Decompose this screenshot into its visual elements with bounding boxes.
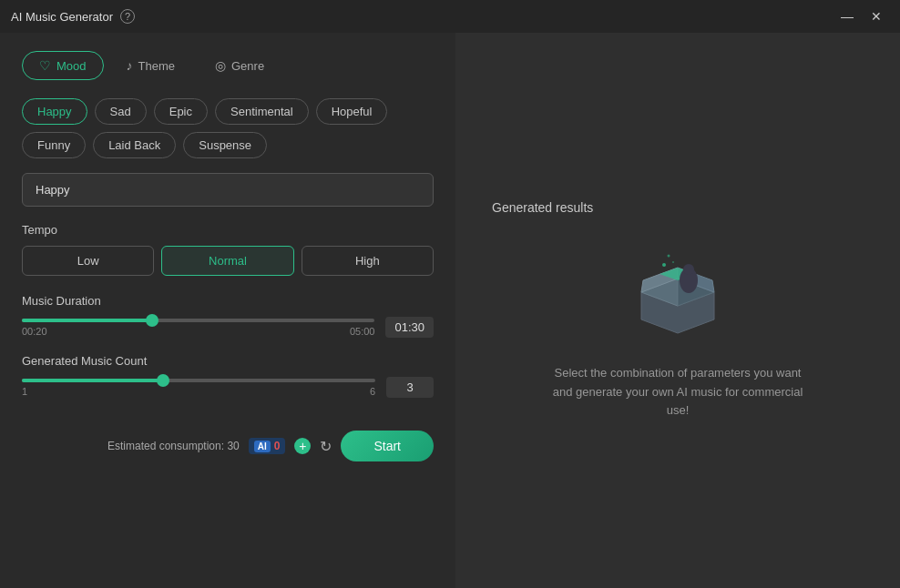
title-bar: AI Music Generator ? — ✕ [0,0,900,33]
mood-btn-hopeful[interactable]: Hopeful [316,98,388,125]
music-count-section: Generated Music Count 1 6 3 [22,354,434,398]
app-title: AI Music Generator [11,10,113,24]
start-button[interactable]: Start [341,431,434,461]
refresh-icon[interactable]: ↻ [320,438,332,455]
music-duration-slider-wrapper: 00:20 05:00 [22,319,374,337]
tab-mood-label: Mood [56,59,87,73]
credit-badge: AI 0 [249,438,286,454]
mood-btn-sentimental[interactable]: Sentimental [215,98,309,125]
help-icon[interactable]: ? [120,9,135,24]
empty-state-illustration [623,233,732,342]
mood-display: Happy [22,173,434,207]
svg-point-10 [672,261,674,263]
window-controls: — ✕ [834,5,889,27]
tabs: ♡ Mood ♪ Theme ◎ Genre [22,51,434,80]
music-count-range: 1 6 [22,386,375,397]
tab-theme[interactable]: ♪ Theme [109,51,192,80]
tempo-buttons: LowNormalHigh [22,246,434,276]
genre-icon: ◎ [215,58,226,73]
music-count-thumb[interactable] [157,374,169,387]
tempo-btn-normal[interactable]: Normal [161,246,293,276]
tempo-btn-low[interactable]: Low [22,246,154,276]
music-duration-value: 01:30 [385,317,434,338]
music-duration-slider-row: 00:20 05:00 01:30 [22,317,434,338]
music-duration-section: Music Duration 00:20 05:00 01:30 [22,294,434,338]
mood-btn-laid-back[interactable]: Laid Back [93,132,176,158]
music-count-value: 3 [386,377,434,398]
duration-min: 00:20 [22,326,47,337]
music-count-slider-row: 1 6 3 [22,377,434,398]
tab-theme-label: Theme [138,59,175,73]
music-count-label: Generated Music Count [22,354,434,368]
right-panel: Generated results Select the combination… [455,33,900,588]
tab-genre-label: Genre [231,59,264,73]
music-count-slider-wrapper: 1 6 [22,379,375,397]
mood-btn-sad[interactable]: Sad [95,98,147,125]
credit-count: 0 [274,440,281,452]
svg-point-8 [662,263,666,267]
main-content: ♡ Mood ♪ Theme ◎ Genre HappySadEpicSenti… [0,33,900,588]
svg-point-7 [683,264,694,275]
music-duration-track [22,319,374,322]
music-count-fill [22,379,163,382]
music-duration-thumb[interactable] [146,314,159,327]
theme-icon: ♪ [127,58,133,73]
duration-max: 05:00 [350,326,375,337]
tab-mood[interactable]: ♡ Mood [22,51,104,80]
add-credits-button[interactable]: + [294,438,311,454]
minimize-button[interactable]: — [834,5,860,27]
close-button[interactable]: ✕ [864,5,889,27]
tempo-btn-high[interactable]: High [302,246,434,276]
mood-btn-epic[interactable]: Epic [154,98,208,125]
music-duration-fill [22,319,152,322]
music-duration-label: Music Duration [22,294,434,308]
tab-genre[interactable]: ◎ Genre [198,51,281,80]
consumption-text: Estimated consumption: 30 [107,440,240,452]
tempo-label: Tempo [22,223,434,237]
mood-grid: HappySadEpicSentimentalHopefulFunnyLaid … [22,98,434,158]
title-bar-left: AI Music Generator ? [11,9,135,24]
mood-btn-suspense[interactable]: Suspense [183,132,267,158]
bottom-bar: Estimated consumption: 30 AI 0 + ↻ Start [22,421,434,461]
left-panel: ♡ Mood ♪ Theme ◎ Genre HappySadEpicSenti… [0,33,455,588]
svg-point-9 [668,254,670,257]
ai-label: AI [254,441,271,452]
generated-description: Select the combination of parameters you… [550,364,805,421]
count-min: 1 [22,386,27,397]
generated-results-title: Generated results [474,200,882,233]
mood-btn-happy[interactable]: Happy [22,98,87,125]
music-count-track [22,379,375,382]
music-duration-range: 00:20 05:00 [22,326,374,337]
mood-btn-funny[interactable]: Funny [22,132,86,158]
count-max: 6 [370,386,375,397]
mood-icon: ♡ [39,58,51,73]
